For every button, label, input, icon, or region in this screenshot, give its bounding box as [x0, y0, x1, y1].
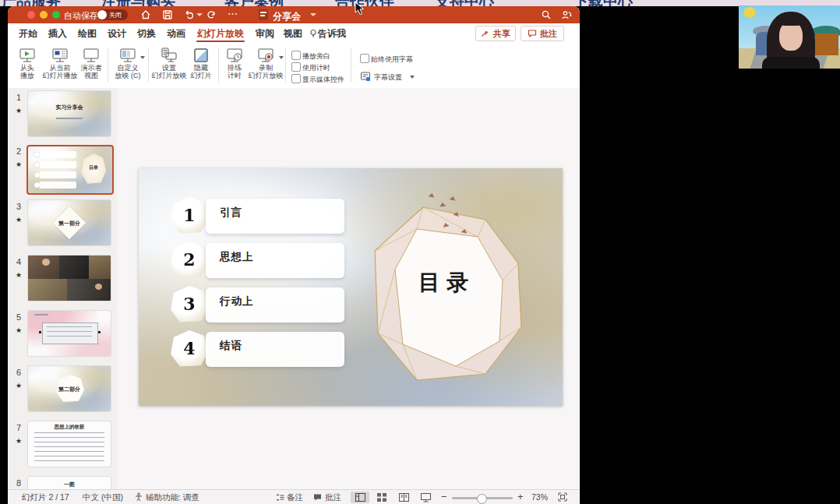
minimize-button[interactable]: [40, 11, 48, 19]
play-from-start-button[interactable]: 从头 播放: [12, 47, 42, 86]
home-icon[interactable]: [140, 9, 151, 20]
toc-item-3[interactable]: 行动上: [206, 287, 344, 322]
rehearse-timings-button[interactable]: 排练 计时: [221, 47, 248, 86]
comment-icon: [528, 29, 537, 38]
document-title[interactable]: 分享会: [273, 10, 301, 23]
tab-transitions[interactable]: 切换: [136, 23, 157, 44]
share-button[interactable]: 共享: [475, 26, 516, 41]
selection-handle: [39, 331, 41, 333]
accessibility-status[interactable]: 辅助功能: 调查: [146, 492, 199, 503]
show-media-controls-checkbox[interactable]: [291, 74, 301, 83]
toc-number-gem-3[interactable]: 3: [170, 286, 209, 323]
document-title-chevron-icon[interactable]: [310, 13, 316, 16]
animation-star-icon: ★: [12, 216, 25, 224]
slide-sorter-view-button[interactable]: [372, 492, 391, 503]
tab-draw[interactable]: 绘图: [76, 23, 98, 44]
contacts-icon[interactable]: [561, 9, 572, 20]
slide-thumbnail-5[interactable]: [28, 311, 111, 356]
comments-toggle[interactable]: 批注: [325, 492, 341, 503]
slide-editor-area: 1 引言 2 思想上 3 行动上 4 结语 目录: [117, 88, 580, 489]
tab-view[interactable]: 视图: [282, 23, 304, 44]
background-window-nav-strip: 产品服务 注册与购买 客户案例 合作伙伴 支持中心 下载中心: [0, 0, 840, 6]
tab-home[interactable]: 开始: [17, 23, 39, 44]
normal-view-icon: [355, 493, 365, 502]
always-use-subtitles-checkbox[interactable]: [360, 54, 369, 63]
more-commands-icon[interactable]: ⋯: [228, 8, 238, 19]
play-narrations-label: 播放旁白: [302, 51, 330, 62]
slideshow-view-button[interactable]: [416, 492, 435, 503]
redo-icon[interactable]: [206, 9, 217, 20]
setup-slide-show-button[interactable]: 设置 幻灯片放映: [151, 47, 187, 86]
maximize-button[interactable]: [52, 11, 60, 19]
reading-view-button[interactable]: [394, 492, 413, 503]
thumb2-toc-gem: 目录: [81, 153, 106, 185]
play-from-current-icon: [51, 47, 69, 64]
fit-to-window-icon[interactable]: [558, 492, 567, 502]
comments-status-icon: [313, 493, 322, 502]
toc-number-gem-1[interactable]: 1: [170, 197, 209, 234]
custom-show-button[interactable]: 自定义 放映 (C): [111, 47, 145, 86]
titlebar: 自动保存 关闭 ⋯ 分享会: [8, 6, 580, 23]
normal-view-button[interactable]: [351, 492, 369, 503]
ribbon-slide-show: 从头 播放 从当前 幻灯片播放 演示者 视图 自定义 放映 (C) 设置 幻灯片…: [8, 44, 580, 89]
webcam-background-flower: [743, 7, 756, 18]
slide-thumbnail-3[interactable]: 第一部分: [28, 200, 111, 245]
notes-toggle[interactable]: 备注: [287, 492, 303, 503]
toc-number-gem-2[interactable]: 2: [170, 241, 209, 279]
comments-button[interactable]: 批注: [521, 26, 564, 41]
share-label: 共享: [493, 28, 510, 40]
toc-item-4[interactable]: 结语: [206, 332, 344, 367]
presenter-view-icon: [83, 47, 100, 64]
tab-design[interactable]: 设计: [106, 23, 128, 44]
tab-tell-me[interactable]: 告诉我: [318, 23, 351, 44]
tab-insert[interactable]: 插入: [47, 23, 69, 44]
slide-thumbnail-8[interactable]: 一图: [28, 477, 111, 489]
zoom-out-button[interactable]: −: [441, 491, 447, 502]
play-from-current-button[interactable]: 从当前 幻灯片播放: [42, 47, 78, 86]
hide-slide-button[interactable]: 隐藏 幻灯片: [187, 47, 215, 86]
slideshow-icon: [421, 493, 431, 502]
save-icon[interactable]: [162, 9, 173, 20]
zoom-slider-knob[interactable]: [477, 494, 487, 504]
zoom-level[interactable]: 73%: [531, 492, 548, 502]
play-from-start-icon: [19, 47, 36, 64]
search-icon[interactable]: [541, 9, 552, 20]
slide-thumbnail-2-selected[interactable]: 目录: [26, 145, 114, 195]
subtitle-settings-label: 字幕设置: [374, 72, 402, 83]
subtitle-settings-icon: [360, 71, 371, 82]
language-indicator[interactable]: 中文 (中国): [83, 492, 123, 503]
slide-thumbnail-7[interactable]: 思想上的收获: [28, 421, 111, 467]
toc-title[interactable]: 目录: [396, 268, 497, 298]
zoom-in-button[interactable]: +: [517, 491, 524, 502]
ribbon-divider: [218, 48, 219, 83]
animation-star-icon: ★: [12, 382, 25, 389]
slide-thumbnail-4[interactable]: [28, 256, 111, 301]
webcam-person-body: [762, 57, 820, 69]
undo-chevron-icon[interactable]: [196, 13, 203, 16]
presenter-view-button[interactable]: 演示者 视图: [78, 47, 104, 86]
slide-thumbnail-6[interactable]: 第二部分: [28, 366, 111, 411]
webcam-video: [739, 5, 840, 69]
webcam-background-orange-house: [815, 33, 838, 55]
toc-item-2[interactable]: 思想上: [206, 243, 344, 278]
slide-thumbnail-1[interactable]: 实习分享会: [28, 91, 111, 136]
close-button[interactable]: [27, 11, 35, 19]
tab-animations[interactable]: 动画: [165, 23, 187, 44]
zoom-slider-track[interactable]: [452, 497, 513, 499]
toc-number-gem-4[interactable]: 4: [170, 330, 209, 368]
animation-star-icon: ★: [12, 160, 25, 168]
record-slide-show-button[interactable]: 录制 幻灯片放映: [248, 47, 284, 86]
tab-slide-show[interactable]: 幻灯片放映: [195, 23, 246, 44]
tab-review[interactable]: 审阅: [254, 23, 276, 44]
toc-item-1[interactable]: 引言: [206, 199, 344, 234]
autosave-toggle[interactable]: 关闭: [97, 9, 128, 20]
ribbon-tab-row: 开始 插入 绘图 设计 切换 动画 幻灯片放映 审阅 视图 告诉我 共享 批注: [8, 23, 580, 44]
play-narrations-checkbox[interactable]: [291, 51, 301, 60]
undo-icon[interactable]: [184, 9, 195, 20]
ribbon-divider: [108, 48, 108, 83]
slide-canvas[interactable]: 1 引言 2 思想上 3 行动上 4 结语 目录: [139, 168, 563, 406]
thumb-number: 4: [12, 257, 25, 266]
record-chevron-icon: [279, 56, 284, 59]
subtitle-settings-button[interactable]: 字幕设置: [360, 70, 422, 84]
use-timings-checkbox[interactable]: [291, 62, 301, 72]
